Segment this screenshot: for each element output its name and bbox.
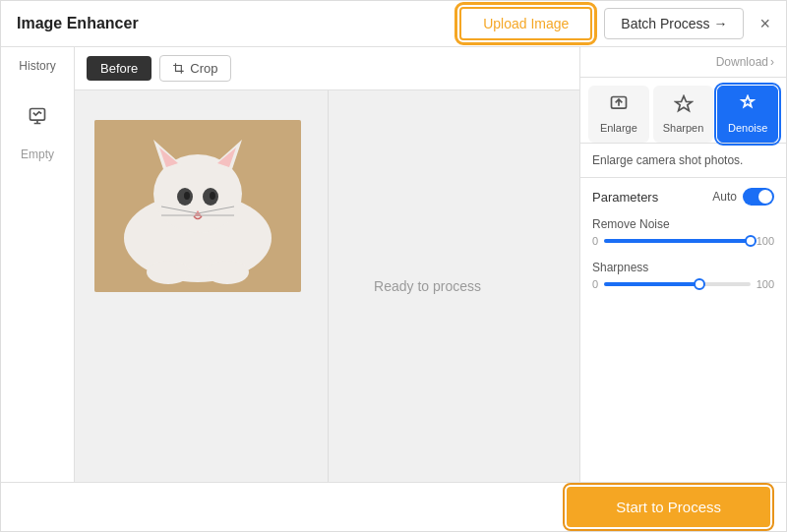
sharpness-slider-row: 0 100 xyxy=(592,278,774,290)
denoise-label: Denoise xyxy=(728,122,767,134)
svg-point-10 xyxy=(184,192,190,200)
params-label: Parameters xyxy=(592,190,658,205)
remove-noise-label: Remove Noise xyxy=(592,217,774,231)
batch-process-button[interactable]: Batch Process → xyxy=(604,8,744,39)
right-panel: Download › Enlarge xyxy=(579,47,786,482)
enlarge-label: Enlarge xyxy=(600,122,637,134)
noise-slider-thumb[interactable] xyxy=(745,235,757,247)
main-area: History Empty Before xyxy=(1,47,786,482)
tab-enlarge[interactable]: Enlarge xyxy=(588,86,649,143)
start-process-button[interactable]: Start to Process xyxy=(567,487,770,527)
download-arrow-icon: › xyxy=(770,55,774,69)
canvas-toolbar: Before Crop xyxy=(75,47,579,90)
canvas-area: Before Crop xyxy=(75,47,579,482)
before-button[interactable]: Before xyxy=(87,56,151,81)
empty-label: Empty xyxy=(21,148,54,161)
canvas-divider xyxy=(328,90,329,482)
toggle-switch[interactable] xyxy=(743,188,774,206)
download-button[interactable]: Download › xyxy=(716,55,774,69)
noise-max: 100 xyxy=(757,235,774,247)
ready-text: Ready to process xyxy=(374,278,481,294)
noise-slider-fill xyxy=(604,239,751,243)
crop-icon xyxy=(172,62,186,76)
param-remove-noise: Remove Noise 0 100 xyxy=(592,217,774,247)
history-label: History xyxy=(19,59,55,73)
right-panel-header: Download › xyxy=(580,47,786,78)
crop-button[interactable]: Crop xyxy=(159,55,230,82)
tool-description: Enlarge camera shot photos. xyxy=(580,144,786,178)
toggle-knob xyxy=(758,190,772,204)
auto-toggle[interactable]: Auto xyxy=(712,188,774,206)
svg-point-18 xyxy=(206,261,249,284)
tab-sharpen[interactable]: Sharpen xyxy=(653,86,714,143)
crop-label: Crop xyxy=(190,61,217,76)
svg-point-17 xyxy=(147,261,190,284)
enlarge-icon xyxy=(609,94,629,119)
bottom-bar: Start to Process xyxy=(1,482,786,531)
sharpness-label: Sharpness xyxy=(592,261,774,274)
upload-image-button[interactable]: Upload Image xyxy=(459,7,592,40)
denoise-icon xyxy=(738,94,757,119)
close-button[interactable]: × xyxy=(759,15,770,32)
auto-label: Auto xyxy=(712,190,737,204)
noise-min: 0 xyxy=(592,235,598,247)
app-container: Image Enhancer Upload Image Batch Proces… xyxy=(0,0,787,532)
sharp-max: 100 xyxy=(757,278,774,290)
params-section: Parameters Auto Remove Noise 0 xyxy=(580,178,786,482)
download-label: Download xyxy=(716,55,768,69)
param-sharpness: Sharpness 0 100 xyxy=(592,261,774,290)
sharpen-icon xyxy=(674,94,694,119)
remove-noise-slider-row: 0 100 xyxy=(592,235,774,247)
app-title: Image Enhancer xyxy=(17,15,139,32)
svg-point-11 xyxy=(210,192,215,200)
sidebar-icon-area: Empty xyxy=(18,96,57,161)
sharpness-slider-track[interactable] xyxy=(604,282,751,286)
sharp-min: 0 xyxy=(592,278,598,290)
tool-tabs: Enlarge Sharpen De xyxy=(580,78,786,144)
sidebar-left: History Empty xyxy=(1,47,75,482)
history-icon xyxy=(18,96,57,136)
canvas-content: Ready to process xyxy=(75,90,579,482)
sharpen-label: Sharpen xyxy=(663,122,704,134)
tab-denoise[interactable]: Denoise xyxy=(717,86,778,143)
image-preview xyxy=(94,120,301,292)
noise-slider-track[interactable] xyxy=(604,239,751,243)
sharpness-slider-fill xyxy=(604,282,699,286)
cat-svg xyxy=(94,120,301,292)
sharpness-slider-thumb[interactable] xyxy=(694,278,705,290)
header: Image Enhancer Upload Image Batch Proces… xyxy=(1,1,786,47)
params-header: Parameters Auto xyxy=(592,188,774,206)
